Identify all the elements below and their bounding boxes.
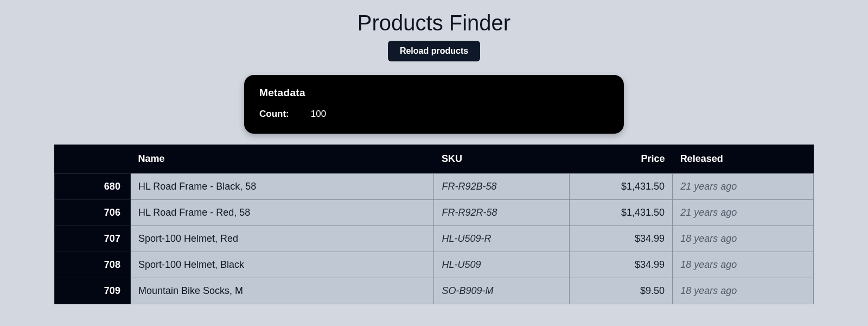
table-row: 680 HL Road Frame - Black, 58 FR-R92B-58…	[55, 174, 814, 200]
metadata-count-label: Count:	[259, 109, 289, 120]
cell-name: Sport-100 Helmet, Black	[130, 252, 434, 278]
col-header-id	[55, 145, 131, 174]
cell-released: 21 years ago	[673, 174, 814, 200]
page-title: Products Finder	[358, 11, 510, 35]
metadata-count-value: 100	[311, 109, 326, 120]
cell-price: $1,431.50	[570, 174, 673, 200]
table-header-row: Name SKU Price Released	[55, 145, 814, 174]
cell-id: 707	[55, 226, 131, 252]
col-header-sku: SKU	[434, 145, 570, 174]
reload-products-button[interactable]: Reload products	[388, 41, 480, 61]
cell-name: HL Road Frame - Black, 58	[130, 174, 434, 200]
cell-released: 18 years ago	[673, 278, 814, 304]
cell-sku: SO-B909-M	[434, 278, 570, 304]
cell-price: $34.99	[570, 252, 673, 278]
cell-price: $1,431.50	[570, 200, 673, 226]
cell-released: 21 years ago	[673, 200, 814, 226]
cell-id: 709	[55, 278, 131, 304]
col-header-released: Released	[673, 145, 814, 174]
cell-price: $9.50	[570, 278, 673, 304]
cell-price: $34.99	[570, 226, 673, 252]
cell-id: 680	[55, 174, 131, 200]
metadata-heading: Metadata	[259, 87, 609, 99]
cell-id: 706	[55, 200, 131, 226]
table-row: 706 HL Road Frame - Red, 58 FR-R92R-58 $…	[55, 200, 814, 226]
cell-sku: HL-U509-R	[434, 226, 570, 252]
cell-sku: HL-U509	[434, 252, 570, 278]
table-row: 709 Mountain Bike Socks, M SO-B909-M $9.…	[55, 278, 814, 304]
cell-name: Mountain Bike Socks, M	[130, 278, 434, 304]
cell-sku: FR-R92R-58	[434, 200, 570, 226]
cell-sku: FR-R92B-58	[434, 174, 570, 200]
products-table-wrapper: Name SKU Price Released 680 HL Road Fram…	[54, 145, 814, 304]
products-table: Name SKU Price Released 680 HL Road Fram…	[54, 145, 814, 304]
metadata-card: Metadata Count: 100	[244, 75, 624, 134]
cell-released: 18 years ago	[673, 226, 814, 252]
cell-name: HL Road Frame - Red, 58	[130, 200, 434, 226]
cell-name: Sport-100 Helmet, Red	[130, 226, 434, 252]
table-row: 708 Sport-100 Helmet, Black HL-U509 $34.…	[55, 252, 814, 278]
col-header-price: Price	[570, 145, 673, 174]
cell-released: 18 years ago	[673, 252, 814, 278]
col-header-name: Name	[130, 145, 434, 174]
cell-id: 708	[55, 252, 131, 278]
table-row: 707 Sport-100 Helmet, Red HL-U509-R $34.…	[55, 226, 814, 252]
